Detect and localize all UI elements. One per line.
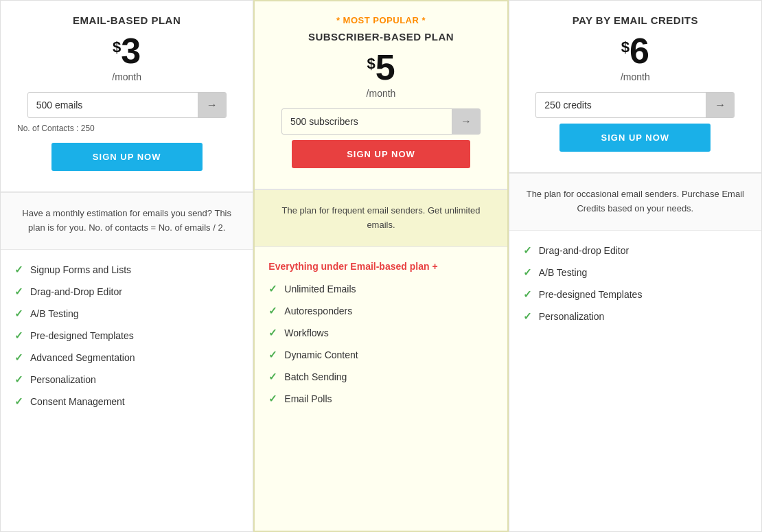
check-icon: ✓ <box>268 349 277 361</box>
price-dollar-sign: $ <box>113 38 121 56</box>
feature-label: A/B Testing <box>539 267 588 278</box>
plan-col-subscriber-based: * MOST POPULAR *SUBSCRIBER-BASED PLAN$5/… <box>253 0 508 532</box>
plan-top-pay-by-credits: PAY BY EMAIL CREDITS$6/month→SIGN UP NOW <box>509 1 761 173</box>
plan-features-pay-by-credits: ✓Drag-and-drop Editor✓A/B Testing✓Pre-de… <box>509 231 761 531</box>
plan-desc-pay-by-credits: The plan for occasional email senders. P… <box>509 173 761 231</box>
check-icon: ✓ <box>14 373 23 386</box>
feature-label: Batch Sending <box>284 371 347 382</box>
feature-label: Unlimited Emails <box>284 284 356 294</box>
feature-label: Pre-designed Templates <box>30 330 134 341</box>
arrow-icon: → <box>461 115 472 127</box>
selector-input-subscriber-based[interactable] <box>282 110 452 133</box>
price-row-pay-by-credits: $6 <box>523 33 748 69</box>
feature-label: Autoresponders <box>284 305 352 316</box>
feature-label: Email Polls <box>284 393 332 404</box>
feature-item: ✓A/B Testing <box>523 266 748 279</box>
feature-label: Consent Management <box>30 396 125 407</box>
feature-label: Pre-designed Templates <box>539 289 643 300</box>
feature-label: Advanced Segmentation <box>30 352 135 363</box>
selector-row-email-based[interactable]: → <box>27 92 227 118</box>
price-row-subscriber-based: $5 <box>268 49 493 85</box>
check-icon: ✓ <box>14 308 23 320</box>
feature-item: ✓Autoresponders <box>268 305 493 317</box>
selector-input-email-based[interactable] <box>28 93 198 117</box>
price-amount: 5 <box>376 49 395 85</box>
plan-features-email-based: ✓Signup Forms and Lists✓Drag-and-Drop Ed… <box>1 250 253 531</box>
feature-item: ✓Email Polls <box>268 393 493 405</box>
check-icon: ✓ <box>268 327 277 339</box>
selector-row-subscriber-based[interactable]: → <box>281 108 481 135</box>
feature-item: ✓Signup Forms and Lists <box>14 264 239 276</box>
check-icon: ✓ <box>14 286 23 298</box>
price-row-email-based: $3 <box>14 33 239 69</box>
selector-arrow-btn-email-based[interactable]: → <box>198 93 226 117</box>
plan-top-subscriber-based: * MOST POPULAR *SUBSCRIBER-BASED PLAN$5/… <box>255 1 507 189</box>
plan-title-pay-by-credits: PAY BY EMAIL CREDITS <box>523 14 748 26</box>
feature-item: ✓Personalization <box>523 310 748 323</box>
check-icon: ✓ <box>14 395 23 408</box>
feature-label: Workflows <box>284 327 328 338</box>
price-period: /month <box>14 71 239 82</box>
feature-label: A/B Testing <box>30 308 79 319</box>
plan-desc-email-based: Have a monthly estimation for emails you… <box>1 192 253 250</box>
plan-desc-subscriber-based: The plan for frequent email senders. Get… <box>255 189 507 247</box>
selector-input-pay-by-credits[interactable] <box>536 93 706 117</box>
features-header: Everything under Email-based plan + <box>268 261 493 272</box>
check-icon: ✓ <box>268 305 277 317</box>
selector-row-pay-by-credits[interactable]: → <box>535 92 735 118</box>
check-icon: ✓ <box>523 266 532 279</box>
feature-item: ✓Drag-and-Drop Editor <box>14 286 239 298</box>
plan-features-subscriber-based: Everything under Email-based plan +✓Unli… <box>255 247 507 531</box>
feature-item: ✓Drag-and-drop Editor <box>523 244 748 257</box>
feature-label: Drag-and-Drop Editor <box>30 286 122 297</box>
feature-item: ✓Personalization <box>14 373 239 386</box>
feature-label: Signup Forms and Lists <box>30 264 131 275</box>
signup-btn-pay-by-credits[interactable]: SIGN UP NOW <box>559 124 711 152</box>
feature-item: ✓Consent Management <box>14 395 239 408</box>
contacts-info: No. of Contacts : 250 <box>14 124 239 133</box>
price-dollar-sign: $ <box>367 55 375 73</box>
most-popular-badge: * MOST POPULAR * <box>268 15 493 25</box>
price-dollar-sign: $ <box>621 38 630 56</box>
plan-top-email-based: EMAIL-BASED PLAN$3/month→No. of Contacts… <box>1 1 253 192</box>
feature-item: ✓Workflows <box>268 327 493 339</box>
arrow-icon: → <box>715 99 726 111</box>
check-icon: ✓ <box>268 371 277 383</box>
price-period: /month <box>268 88 493 99</box>
feature-label: Dynamic Content <box>284 349 358 360</box>
check-icon: ✓ <box>523 244 532 257</box>
price-amount: 6 <box>630 33 649 69</box>
pricing-container: EMAIL-BASED PLAN$3/month→No. of Contacts… <box>0 0 762 532</box>
check-icon: ✓ <box>268 283 277 295</box>
feature-item: ✓A/B Testing <box>14 308 239 320</box>
feature-item: ✓Unlimited Emails <box>268 283 493 295</box>
check-icon: ✓ <box>14 329 23 342</box>
plan-title-subscriber-based: SUBSCRIBER-BASED PLAN <box>268 31 493 43</box>
arrow-icon: → <box>207 99 218 111</box>
price-period: /month <box>523 71 748 82</box>
feature-item: ✓Dynamic Content <box>268 349 493 361</box>
check-icon: ✓ <box>14 264 23 276</box>
check-icon: ✓ <box>523 310 532 323</box>
plan-col-email-based: EMAIL-BASED PLAN$3/month→No. of Contacts… <box>0 0 253 532</box>
plan-title-email-based: EMAIL-BASED PLAN <box>14 14 239 26</box>
feature-item: ✓Batch Sending <box>268 371 493 383</box>
feature-item: ✓Advanced Segmentation <box>14 351 239 364</box>
selector-arrow-btn-pay-by-credits[interactable]: → <box>706 93 734 117</box>
signup-btn-subscriber-based[interactable]: SIGN UP NOW <box>292 140 470 168</box>
signup-btn-email-based[interactable]: SIGN UP NOW <box>51 143 203 171</box>
check-icon: ✓ <box>523 288 532 301</box>
check-icon: ✓ <box>14 351 23 364</box>
feature-item: ✓Pre-designed Templates <box>14 329 239 342</box>
check-icon: ✓ <box>268 393 277 405</box>
feature-item: ✓Pre-designed Templates <box>523 288 748 301</box>
feature-label: Personalization <box>539 311 605 322</box>
price-amount: 3 <box>121 33 141 69</box>
plan-col-pay-by-credits: PAY BY EMAIL CREDITS$6/month→SIGN UP NOW… <box>509 0 762 532</box>
feature-label: Personalization <box>30 374 96 385</box>
feature-label: Drag-and-drop Editor <box>539 245 630 256</box>
selector-arrow-btn-subscriber-based[interactable]: → <box>452 109 480 134</box>
